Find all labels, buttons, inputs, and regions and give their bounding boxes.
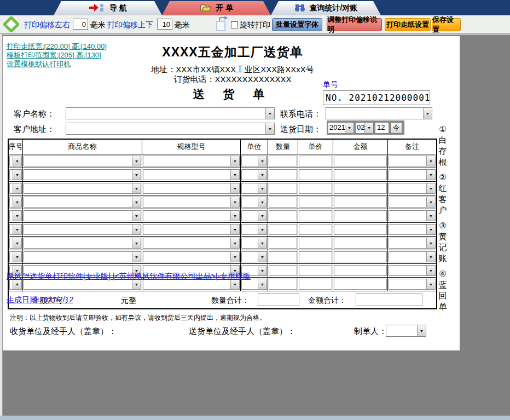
price-input[interactable] — [299, 183, 332, 194]
dropdown-arrow-icon[interactable] — [258, 156, 266, 166]
dropdown-arrow-icon[interactable] — [13, 252, 21, 262]
qty-input[interactable] — [269, 265, 297, 276]
amount-input[interactable] — [334, 210, 387, 221]
price-input[interactable] — [299, 197, 332, 208]
amount-input[interactable] — [334, 238, 387, 249]
product-select[interactable] — [24, 210, 141, 221]
remark-select[interactable] — [389, 238, 436, 249]
unit-select[interactable] — [241, 251, 267, 262]
dropdown-arrow-icon[interactable] — [13, 211, 21, 221]
dropdown-arrow-icon[interactable] — [426, 197, 435, 207]
remark-select[interactable] — [389, 251, 436, 262]
unit-select[interactable] — [241, 238, 267, 249]
amount-input[interactable] — [334, 265, 387, 276]
remark-select[interactable] — [389, 169, 436, 180]
dropdown-arrow-icon[interactable] — [132, 170, 141, 180]
dropdown-arrow-icon[interactable] — [258, 170, 266, 180]
product-select[interactable] — [24, 224, 141, 235]
product-select[interactable] — [24, 238, 141, 249]
dropdown-arrow-icon[interactable] — [258, 197, 266, 207]
dropdown-arrow-icon[interactable] — [13, 156, 21, 166]
amount-input[interactable] — [334, 251, 387, 262]
dropdown-arrow-icon[interactable] — [230, 183, 239, 193]
seq-select[interactable] — [9, 238, 22, 249]
dropdown-arrow-icon[interactable] — [230, 252, 239, 262]
amount-input[interactable] — [334, 197, 387, 208]
day-field[interactable]: 12 — [375, 122, 389, 134]
dropdown-arrow-icon[interactable] — [265, 123, 274, 134]
dropdown-arrow-icon[interactable] — [258, 279, 266, 289]
spec-select[interactable] — [143, 210, 240, 221]
amount-input[interactable] — [334, 183, 387, 194]
dropdown-arrow-icon[interactable] — [132, 183, 141, 193]
batch-font-button[interactable]: 批量设置字体 — [272, 18, 322, 31]
seq-select[interactable] — [9, 197, 22, 208]
product-select[interactable] — [24, 156, 141, 166]
customer-address-select[interactable] — [66, 123, 275, 135]
price-input[interactable] — [299, 210, 332, 221]
dropdown-arrow-icon[interactable] — [132, 197, 141, 207]
dropdown-arrow-icon[interactable] — [230, 156, 239, 166]
dropdown-arrow-icon[interactable] — [230, 197, 239, 207]
qty-input[interactable] — [269, 238, 297, 249]
seq-select[interactable] — [9, 169, 22, 180]
price-input[interactable] — [299, 238, 332, 249]
price-input[interactable] — [299, 251, 332, 262]
amount-input[interactable] — [334, 169, 387, 180]
product-select[interactable] — [24, 169, 141, 180]
dropdown-arrow-icon[interactable] — [132, 211, 141, 221]
maker-select[interactable] — [386, 325, 426, 337]
price-input[interactable] — [299, 224, 332, 235]
qty-input[interactable] — [269, 156, 297, 166]
spec-select[interactable] — [143, 183, 240, 194]
unit-select[interactable] — [241, 156, 267, 166]
unit-select[interactable] — [241, 169, 267, 180]
dropdown-arrow-icon[interactable] — [258, 266, 266, 275]
dropdown-arrow-icon[interactable] — [132, 156, 141, 166]
dropdown-arrow-icon[interactable] — [230, 238, 239, 248]
remark-select[interactable] — [389, 279, 436, 290]
dropdown-arrow-icon[interactable] — [13, 170, 21, 180]
dropdown-arrow-icon[interactable] — [132, 252, 141, 262]
remark-select[interactable] — [389, 183, 436, 194]
qty-input[interactable] — [269, 183, 297, 194]
product-select[interactable] — [24, 197, 141, 208]
month-select[interactable]: 02 — [355, 122, 374, 134]
amount-input[interactable] — [334, 279, 387, 290]
dropdown-arrow-icon[interactable] — [13, 183, 21, 193]
remark-select[interactable] — [389, 156, 436, 166]
customer-name-select[interactable] — [66, 107, 275, 119]
dropdown-arrow-icon[interactable] — [423, 108, 432, 119]
dropdown-arrow-icon[interactable] — [258, 252, 266, 262]
seq-select[interactable] — [9, 210, 22, 221]
remark-select[interactable] — [389, 210, 436, 221]
adjust-offset-help-button[interactable]: 调整打印偏移说明 — [327, 18, 382, 31]
default-printer-link[interactable]: 设置模板默认打印机 — [7, 59, 71, 69]
dropdown-arrow-icon[interactable] — [364, 123, 373, 133]
rotate-print-checkbox[interactable] — [231, 21, 238, 28]
product-select[interactable] — [24, 183, 141, 194]
qty-input[interactable] — [269, 210, 297, 221]
dropdown-arrow-icon[interactable] — [258, 225, 266, 234]
qty-input[interactable] — [269, 169, 297, 180]
offset-lr-input[interactable] — [73, 19, 88, 30]
dropdown-arrow-icon[interactable] — [132, 225, 141, 234]
dropdown-arrow-icon[interactable] — [258, 211, 266, 221]
spec-select[interactable] — [143, 238, 240, 249]
dropdown-arrow-icon[interactable] — [426, 266, 435, 275]
seq-select[interactable] — [9, 251, 22, 262]
product-select[interactable] — [24, 251, 141, 262]
dropdown-arrow-icon[interactable] — [426, 238, 435, 248]
seq-select[interactable] — [9, 156, 22, 166]
dropdown-arrow-icon[interactable] — [13, 197, 21, 207]
remark-select[interactable] — [389, 224, 436, 235]
price-input[interactable] — [299, 265, 332, 276]
dropdown-arrow-icon[interactable] — [230, 170, 239, 180]
spec-select[interactable] — [143, 251, 240, 262]
order-no-input[interactable] — [323, 90, 430, 105]
unit-select[interactable] — [241, 210, 267, 221]
paper-feed-settings-button[interactable]: 打印走纸设置 — [385, 18, 431, 31]
contact-phone-select[interactable] — [326, 107, 432, 119]
spec-select[interactable] — [143, 156, 240, 166]
unit-select[interactable] — [241, 183, 267, 194]
